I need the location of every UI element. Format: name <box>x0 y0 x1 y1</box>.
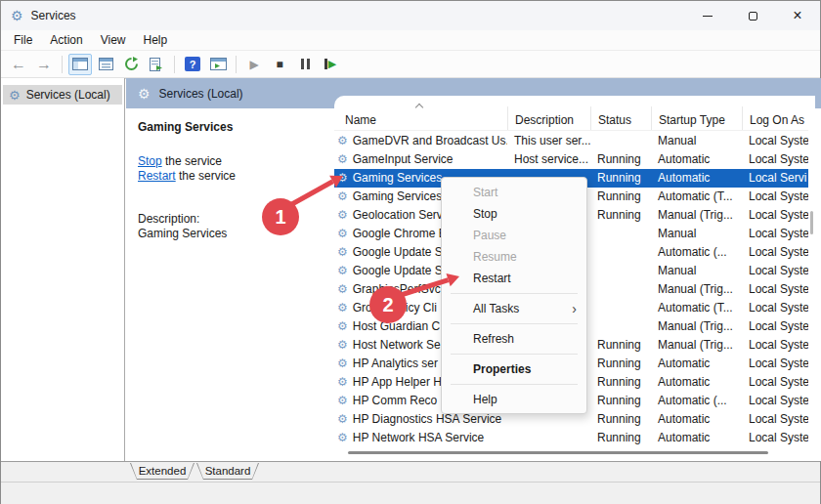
context-menu-item-pause: Pause <box>442 225 586 246</box>
start-service-icon[interactable]: ▶ <box>242 54 266 75</box>
services-window: ⚙ Services × File Action View Help ← → ? <box>0 0 821 504</box>
cell-log-on-as: Local Syste <box>742 299 808 317</box>
gear-icon: ⚙ <box>337 227 348 240</box>
context-menu-item-help[interactable]: Help <box>442 389 586 410</box>
maximize-button[interactable] <box>730 1 775 30</box>
minimize-icon <box>703 16 713 17</box>
column-header-log-on-as[interactable]: Log On As <box>742 106 808 130</box>
toolbar: ← → ? ▶ ■ ▶ <box>1 51 820 78</box>
extended-info-panel: Gaming Services Stop the service Restart… <box>126 108 334 461</box>
cell-status: Running <box>590 169 651 188</box>
restart-service-icon[interactable]: ▶ <box>319 54 342 75</box>
context-menu-separator <box>451 323 578 324</box>
refresh-glyph <box>124 57 139 71</box>
column-header-status[interactable]: Status <box>590 106 651 130</box>
properties-icon[interactable] <box>94 54 117 75</box>
show-console-tree-icon[interactable] <box>68 54 92 75</box>
cell-startup-type: Automatic (... <box>651 243 742 262</box>
column-header-description[interactable]: Description <box>507 106 590 130</box>
stop-service-link[interactable]: Stop <box>138 154 162 168</box>
service-name: Geolocation Serv <box>353 208 443 222</box>
cell-status <box>590 280 651 299</box>
tab-standard[interactable]: Standard <box>196 463 259 480</box>
cell-description: Host service... <box>507 150 590 169</box>
gear-icon: ⚙ <box>337 134 348 147</box>
context-menu-item-label: Pause <box>473 225 506 246</box>
service-name: HP App Helper H <box>353 375 442 389</box>
gear-icon: ⚙ <box>337 282 348 296</box>
cell-status: Running <box>590 355 651 373</box>
menu-action[interactable]: Action <box>41 33 91 47</box>
gear-icon: ⚙ <box>337 171 348 185</box>
context-menu-item-all-tasks[interactable]: All Tasks› <box>442 298 586 319</box>
restart-link-suffix: the service <box>176 169 236 183</box>
status-bar <box>1 482 820 504</box>
description-value: Gaming Services <box>138 227 323 241</box>
context-menu-item-label: Start <box>473 182 497 203</box>
cell-startup-type: Automatic (T... <box>651 299 742 317</box>
new-window-icon[interactable] <box>206 54 230 75</box>
tab-extended[interactable]: Extended <box>130 463 194 480</box>
context-menu-item-properties[interactable]: Properties <box>442 358 586 380</box>
cell-status <box>590 262 651 280</box>
context-menu-item-label: Resume <box>473 246 517 268</box>
cell-log-on-as: Local Syste <box>742 262 808 280</box>
back-icon[interactable]: ← <box>7 54 30 75</box>
cell-log-on-as: Local Syste <box>742 243 808 262</box>
cell-startup-type: Manual <box>651 262 742 280</box>
service-name: HP Diagnostics HSA Service <box>353 412 502 426</box>
tree-item-services-local[interactable]: ⚙ Services (Local) <box>3 85 122 105</box>
minimize-button[interactable] <box>685 1 730 30</box>
cell-name: ⚙GameInput Service <box>334 150 507 169</box>
gear-icon: ⚙ <box>337 338 348 352</box>
service-name: Google Update S <box>353 245 443 259</box>
column-header-startup-type[interactable]: Startup Type <box>651 106 742 130</box>
service-name: Gaming Services <box>353 171 442 185</box>
cell-startup-type: Automatic <box>651 410 742 429</box>
gear-icon: ⚙ <box>337 301 348 315</box>
close-button[interactable]: × <box>775 1 820 30</box>
cell-startup-type: Automatic <box>651 150 742 169</box>
pause-service-icon[interactable] <box>293 54 317 75</box>
table-row[interactable]: ⚙HP Network HSA ServiceRunningAutomaticL… <box>334 429 808 447</box>
vertical-scrollbar-thumb[interactable] <box>810 211 813 234</box>
restart-service-link[interactable]: Restart <box>138 169 176 183</box>
tab-strip: Extended Standard <box>1 461 820 482</box>
export-list-glyph <box>150 58 164 71</box>
service-name: GraphicsPerfSvc <box>353 282 441 296</box>
table-row[interactable]: ⚙GameInput ServiceHost service...Running… <box>334 150 808 169</box>
cell-status <box>590 243 651 262</box>
context-menu-item-refresh[interactable]: Refresh <box>442 328 586 350</box>
cell-startup-type: Manual (Trig... <box>651 206 742 225</box>
refresh-icon[interactable] <box>119 54 143 75</box>
cell-status: Running <box>590 373 651 392</box>
context-menu-item-resume: Resume <box>442 246 586 268</box>
vertical-scrollbar[interactable] <box>808 119 815 461</box>
table-row[interactable]: ⚙GameDVR and Broadcast Us...This user se… <box>334 132 808 150</box>
gear-icon: ⚙ <box>337 394 348 407</box>
cell-description: This user ser... <box>507 132 590 150</box>
cell-startup-type: Manual (Trig... <box>651 280 742 299</box>
export-list-icon[interactable] <box>145 54 168 75</box>
context-menu-item-restart[interactable]: Restart <box>442 268 586 289</box>
cell-log-on-as: Local Servi <box>742 169 808 188</box>
context-menu-item-stop[interactable]: Stop <box>442 203 586 225</box>
menu-file[interactable]: File <box>5 33 41 47</box>
cell-startup-type: Automatic <box>651 355 742 373</box>
cell-startup-type: Manual <box>651 225 742 243</box>
cell-log-on-as: Local Syste <box>742 188 808 206</box>
column-header-name[interactable]: Name <box>334 106 507 130</box>
cell-startup-type: Automatic <box>651 169 742 188</box>
cell-log-on-as: Local Syste <box>742 355 808 373</box>
tab-standard-label: Standard <box>197 463 258 479</box>
gear-icon: ⚙ <box>337 431 348 444</box>
help-icon[interactable]: ? <box>181 54 204 75</box>
cell-log-on-as: Local Syste <box>742 373 808 392</box>
gear-icon: ⚙ <box>337 375 348 389</box>
horizontal-scrollbar-thumb[interactable] <box>348 451 768 454</box>
forward-icon[interactable]: → <box>32 54 56 75</box>
window-controls: × <box>685 1 820 30</box>
menu-view[interactable]: View <box>92 33 135 47</box>
menu-help[interactable]: Help <box>135 33 177 47</box>
stop-service-icon[interactable]: ■ <box>268 54 291 75</box>
